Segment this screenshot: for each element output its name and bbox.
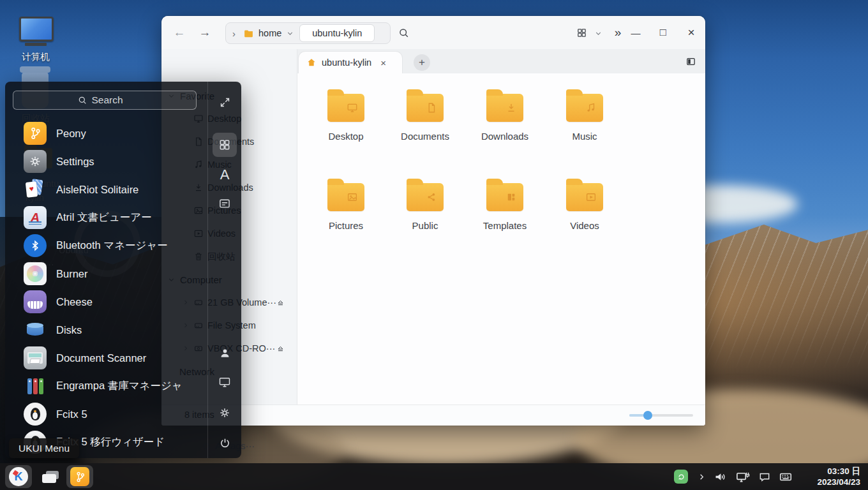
disc-burner-icon bbox=[24, 262, 47, 285]
taskbar-app-peony[interactable] bbox=[66, 465, 93, 488]
zoom-slider-thumb[interactable] bbox=[643, 411, 652, 420]
folder-icon bbox=[566, 94, 603, 122]
breadcrumb-current[interactable]: ubuntu-kylin bbox=[299, 24, 375, 42]
file-item-documents[interactable]: Documents bbox=[385, 94, 465, 142]
fullscreen-expand-button[interactable] bbox=[213, 90, 237, 114]
zoom-slider[interactable] bbox=[629, 414, 693, 417]
address-bar[interactable]: › home ubuntu-kylin bbox=[225, 22, 391, 44]
ukui-menu-tooltip: UKUI Menu bbox=[9, 438, 79, 458]
folder-icon bbox=[327, 94, 364, 122]
desktop-icon-computer[interactable]: 计算机 bbox=[19, 17, 52, 63]
columns-icon bbox=[685, 56, 696, 67]
forward-button[interactable]: → bbox=[196, 24, 214, 41]
view-mode-button[interactable] bbox=[576, 27, 587, 38]
ukui-logo-icon: K bbox=[9, 467, 28, 486]
new-tab-button[interactable]: + bbox=[414, 54, 430, 71]
search-icon bbox=[77, 95, 87, 105]
image-emblem-icon bbox=[347, 191, 358, 203]
eject-icon[interactable] bbox=[276, 298, 285, 308]
expand-icon bbox=[219, 96, 231, 108]
disks-icon bbox=[24, 318, 47, 341]
peony-icon bbox=[70, 467, 89, 486]
menu-app-disks[interactable]: Disks bbox=[5, 316, 207, 344]
minimize-button[interactable]: — bbox=[626, 23, 645, 42]
function-view-button[interactable] bbox=[213, 191, 237, 216]
speaker-icon bbox=[714, 470, 727, 484]
power-button[interactable] bbox=[213, 431, 237, 455]
menu-app-peony[interactable]: Peony bbox=[5, 119, 207, 147]
menu-app-cheese[interactable]: Cheese bbox=[5, 288, 207, 316]
volume-tray-icon[interactable] bbox=[714, 463, 727, 490]
file-item-music[interactable]: Music bbox=[545, 94, 624, 142]
notification-tray-icon[interactable] bbox=[758, 463, 771, 490]
alphabetical-view-button[interactable]: A bbox=[213, 163, 237, 187]
folder-icon bbox=[243, 28, 254, 39]
bluetooth-icon bbox=[24, 234, 47, 257]
tab-bar: ubuntu-kylin × + bbox=[297, 49, 705, 74]
close-button[interactable]: × bbox=[682, 23, 701, 42]
settings-button[interactable] bbox=[213, 401, 237, 425]
more-options-button[interactable]: » bbox=[608, 23, 627, 42]
file-item-downloads[interactable]: Downloads bbox=[465, 94, 544, 142]
menu-app-settings[interactable]: Settings bbox=[5, 147, 207, 175]
folder-icon bbox=[327, 183, 364, 211]
breadcrumb-chevron[interactable]: › bbox=[232, 28, 236, 39]
multitasking-icon bbox=[38, 466, 60, 487]
input-method-tray-icon[interactable] bbox=[779, 463, 793, 490]
file-item-templates[interactable]: Templates bbox=[465, 183, 544, 231]
archive-manager-icon bbox=[24, 375, 47, 397]
view-mode-dropdown[interactable] bbox=[594, 29, 602, 38]
menu-side-strip: A bbox=[207, 82, 242, 458]
menu-app-bluetooth[interactable]: Bluetooth マネージャー bbox=[5, 232, 207, 260]
task-view-button[interactable] bbox=[36, 465, 63, 488]
menu-app-aisleriot[interactable]: ♥ AisleRiot Solitaire bbox=[5, 175, 207, 204]
update-tray-icon[interactable] bbox=[674, 463, 688, 490]
folder-icon bbox=[486, 183, 523, 211]
search-icon bbox=[398, 27, 410, 39]
file-view[interactable]: Desktop Documents Downloads Music Pictur… bbox=[297, 73, 705, 405]
menu-app-fcitx5[interactable]: Fcitx 5 bbox=[5, 400, 207, 428]
tray-expand-button[interactable] bbox=[697, 463, 707, 490]
file-item-public[interactable]: Public bbox=[385, 183, 465, 231]
tab-close-icon[interactable]: × bbox=[380, 57, 386, 68]
message-bubble-icon bbox=[758, 470, 771, 483]
menu-app-engrampa[interactable]: Engrampa 書庫マネージャ bbox=[5, 372, 207, 400]
search-button[interactable] bbox=[398, 27, 410, 39]
chevron-down-icon[interactable] bbox=[286, 29, 294, 38]
titlebar[interactable]: ← → › home ubuntu-kylin » — □ × bbox=[161, 16, 705, 50]
menu-app-document-scanner[interactable]: Document Scanner bbox=[5, 344, 207, 372]
file-item-pictures[interactable]: Pictures bbox=[306, 183, 385, 231]
desktop-icon-label: 计算机 bbox=[19, 51, 52, 63]
menu-app-burner[interactable]: Burner bbox=[5, 260, 207, 288]
menu-search-input[interactable] bbox=[92, 94, 133, 106]
maximize-button[interactable]: □ bbox=[654, 23, 673, 42]
monitor-emblem-icon bbox=[347, 102, 358, 114]
user-account-button[interactable] bbox=[213, 341, 237, 365]
chevron-down-icon bbox=[594, 29, 602, 38]
tab-ubuntu-kylin[interactable]: ubuntu-kylin × bbox=[299, 52, 402, 73]
start-menu-button[interactable]: K bbox=[5, 465, 32, 488]
computer-button[interactable] bbox=[213, 370, 237, 394]
peony-icon bbox=[24, 122, 47, 145]
sidebar-toggle-button[interactable] bbox=[685, 56, 696, 67]
file-item-videos[interactable]: Videos bbox=[545, 183, 624, 231]
eject-icon[interactable] bbox=[276, 344, 285, 353]
list-window-icon bbox=[218, 197, 231, 210]
back-button[interactable]: ← bbox=[170, 24, 188, 41]
ukui-menu: Peony Settings ♥ AisleRiot Solitaire A A… bbox=[5, 82, 241, 458]
taskbar-clock[interactable]: 03:30 日 2023/04/23 bbox=[817, 466, 860, 487]
menu-search[interactable] bbox=[13, 91, 197, 110]
play-emblem-icon bbox=[585, 191, 597, 203]
network-tray-icon[interactable] bbox=[735, 463, 750, 490]
file-item-desktop[interactable]: Desktop bbox=[306, 94, 385, 142]
clock-time: 03:30 日 bbox=[817, 466, 860, 477]
penguin-icon bbox=[24, 403, 47, 426]
taskbar: K 03:30 日 2023/04/23 bbox=[0, 463, 868, 490]
refresh-icon bbox=[677, 472, 686, 482]
menu-app-atril[interactable]: A Atril 文書ビューアー bbox=[5, 204, 207, 232]
all-apps-view-button[interactable] bbox=[213, 133, 237, 157]
breadcrumb-home[interactable]: home bbox=[258, 28, 281, 38]
document-emblem-icon bbox=[426, 102, 437, 114]
folder-icon bbox=[407, 94, 444, 122]
template-emblem-icon bbox=[505, 191, 517, 203]
